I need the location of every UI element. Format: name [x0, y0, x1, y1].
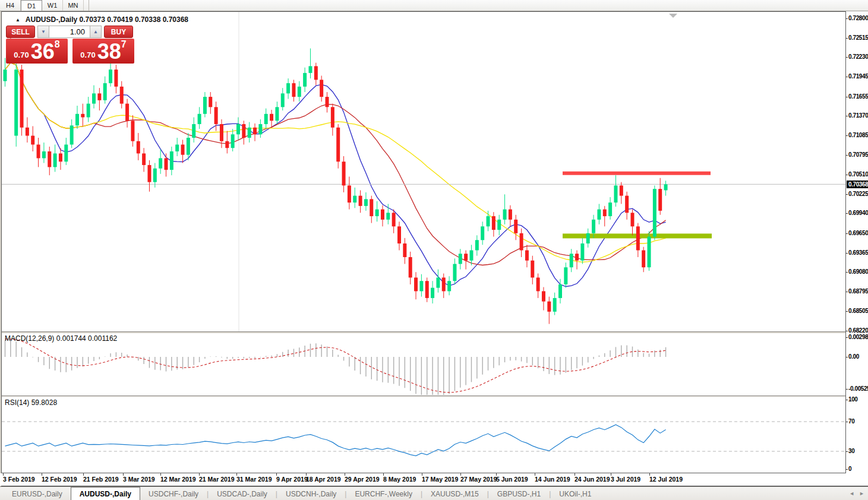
- mt4-workspace: H4D1W1MN ▲ AUDUSD-,Daily 0.70373 0.70419…: [0, 0, 868, 500]
- macd-scale-label: -0.005256: [848, 385, 868, 392]
- price-tick: [846, 233, 848, 234]
- date-axis-label: 24 Jun 2019: [575, 476, 610, 483]
- chart-tab-usdcad[interactable]: USDCAD-,Daily: [209, 488, 276, 500]
- chart-collapse-icon[interactable]: ▲: [15, 17, 20, 23]
- timeframe-buttons: H4D1W1MN: [0, 0, 84, 11]
- price-tick: [846, 77, 848, 77]
- price-tick: [846, 175, 848, 175]
- sell-price-pip-digit: 8: [55, 39, 60, 50]
- date-axis-label: 14 Jun 2019: [535, 476, 570, 483]
- buy-button[interactable]: BUY: [104, 26, 133, 38]
- price-tick: [846, 253, 848, 254]
- price-axis-label: 0.70225: [848, 191, 868, 197]
- chart-title: ▲ AUDUSD-,Daily 0.70373 0.70419 0.70338 …: [15, 15, 188, 24]
- rsi-scale-label: 0: [848, 466, 851, 472]
- price-axis-label: 0.70795: [848, 151, 868, 158]
- one-click-trading-widget: SELL ▼ ▲ BUY 0.70 36 8 0.70 38 7: [6, 26, 134, 64]
- price-axis-label: 0.71945: [848, 73, 868, 80]
- price-tick: [846, 116, 848, 116]
- volume-decrease-button[interactable]: ▼: [37, 26, 49, 38]
- price-tick: [846, 272, 848, 273]
- rsi-scale-tick: [846, 422, 848, 422]
- chart-tab-bar: EURUSD-,DailyAUDUSD-,DailyUSDCHF-,Daily|…: [0, 486, 868, 500]
- date-axis-label: 12 Feb 2019: [42, 476, 77, 483]
- price-tick: [846, 194, 848, 195]
- date-axis[interactable]: 3 Feb 201912 Feb 201921 Feb 20193 Mar 20…: [0, 473, 846, 486]
- macd-indicator-chart[interactable]: [2, 333, 845, 395]
- rsi-scale-tick: [846, 451, 848, 452]
- rsi-scale-tick: [846, 469, 848, 470]
- spin-down-icon: ▼: [41, 29, 46, 34]
- price-tick: [846, 292, 848, 292]
- chart-tab-eurchf[interactable]: EURCHF-,Weekly: [346, 488, 420, 500]
- sell-price-big-digits: 36: [31, 42, 55, 62]
- price-tick: [846, 213, 848, 214]
- price-axis-label: 0.71370: [848, 112, 868, 119]
- price-axis-label: 0.71655: [848, 93, 868, 100]
- current-price-tag: 0.70368: [847, 181, 868, 188]
- price-tick: [846, 155, 848, 156]
- date-axis-label: 18 Apr 2019: [306, 476, 341, 483]
- price-tick: [846, 57, 848, 58]
- tab-scroll-controls: ◄ ►: [849, 490, 864, 496]
- date-axis-label: 12 Jul 2019: [649, 476, 683, 483]
- chart-tab-ukoil[interactable]: UKOil-,H1: [551, 488, 599, 500]
- volume-increase-button[interactable]: ▲: [90, 26, 102, 38]
- macd-scale-tick: [846, 357, 848, 357]
- macd-label: MACD(12,26,9) 0.001744 0.001162: [5, 334, 117, 343]
- price-axis-label: 0.69650: [848, 230, 868, 236]
- rsi-scale-label: 70: [848, 418, 854, 425]
- price-tick: [846, 18, 848, 19]
- date-axis-label: 5 Jun 2019: [496, 476, 528, 483]
- spin-up-icon: ▲: [93, 29, 98, 34]
- date-axis-label: 27 May 2019: [460, 476, 497, 483]
- price-axis-label: 0.71085: [848, 132, 868, 138]
- rsi-scale-tick: [846, 400, 848, 400]
- date-axis-label: 31 Mar 2019: [236, 476, 272, 483]
- price-tick: [846, 331, 848, 331]
- timeframe-button-d1[interactable]: D1: [21, 0, 42, 11]
- rsi-value: 59.8028: [31, 398, 57, 407]
- price-axis-label: 0.69080: [848, 268, 868, 275]
- chart-tab-usdchf[interactable]: USDCHF-,Daily: [140, 488, 207, 500]
- chart-ohlc-values: 0.70373 0.70419 0.70338 0.70368: [80, 15, 189, 24]
- buy-price-prefix: 0.70: [80, 50, 95, 59]
- date-axis-label: 12 Mar 2019: [160, 476, 196, 483]
- macd-scale-tick: [846, 337, 848, 338]
- macd-scale-tick: [846, 389, 848, 390]
- macd-values: 0.001744 0.001162: [56, 334, 118, 343]
- rsi-scale-label: 100: [848, 396, 858, 403]
- sell-price-panel[interactable]: 0.70 36 8: [6, 39, 68, 64]
- timeframe-button-mn[interactable]: MN: [63, 0, 84, 11]
- timeframe-button-w1[interactable]: W1: [42, 0, 63, 11]
- rsi-scale-label: 30: [848, 448, 854, 454]
- price-axis-label: 0.69940: [848, 210, 868, 216]
- rsi-indicator-chart[interactable]: [2, 397, 845, 473]
- chart-tab-gbpusd[interactable]: GBPUSD-,H1: [489, 488, 549, 500]
- macd-scale-label: 0.00: [848, 353, 859, 360]
- price-axis[interactable]: 0.728000.725150.722300.719450.716550.713…: [846, 11, 868, 486]
- price-axis-label: 0.72515: [848, 34, 868, 41]
- chart-symbol-label: AUDUSD-,Daily: [26, 15, 77, 24]
- date-axis-label: 9 Apr 2019: [276, 476, 308, 483]
- price-axis-label: 0.72230: [848, 53, 868, 60]
- chart-tab-xauusd[interactable]: XAUUSD-,M15: [422, 488, 487, 500]
- chart-tab-audusd[interactable]: AUDUSD-,Daily: [71, 487, 140, 500]
- date-axis-label: 21 Feb 2019: [83, 476, 119, 483]
- date-axis-label: 3 Jul 2019: [611, 476, 640, 483]
- tab-scroll-right-icon[interactable]: ►: [859, 490, 864, 496]
- tab-scroll-left-icon[interactable]: ◄: [849, 490, 854, 496]
- buy-price-panel[interactable]: 0.70 38 7: [72, 39, 134, 64]
- buy-price-pip-digit: 7: [121, 39, 127, 50]
- volume-input[interactable]: [49, 26, 90, 38]
- price-axis-label: 0.68795: [848, 288, 868, 295]
- toolbar-separator: [89, 0, 89, 11]
- price-tick: [846, 311, 848, 312]
- timeframe-button-h4[interactable]: H4: [0, 0, 21, 11]
- price-axis-label: 0.68220: [848, 327, 868, 334]
- macd-scale-label: 0.002984: [848, 334, 868, 340]
- sell-button[interactable]: SELL: [6, 26, 35, 38]
- price-tick: [846, 97, 848, 97]
- chart-tab-eurusd[interactable]: EURUSD-,Daily: [4, 488, 71, 500]
- chart-tab-usdcnh[interactable]: USDCNH-,Daily: [277, 488, 345, 500]
